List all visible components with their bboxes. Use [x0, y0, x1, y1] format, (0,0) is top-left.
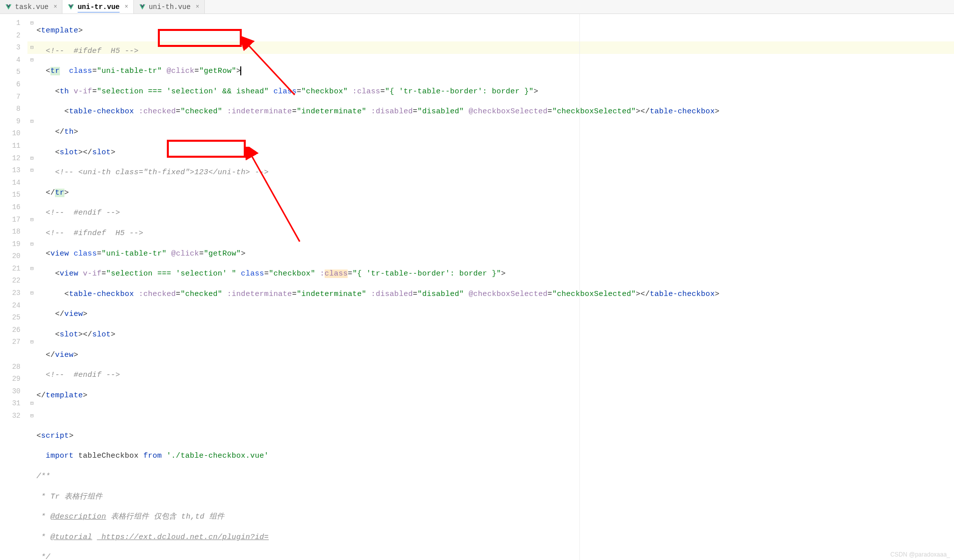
- fold-marker: [27, 189, 36, 201]
- line-number: 11: [0, 140, 27, 152]
- fold-marker[interactable]: ⊟: [27, 287, 36, 299]
- fold-marker: [27, 348, 36, 361]
- code-line: * @tutorial https://ext.dcloud.net.cn/pl…: [36, 532, 954, 544]
- code-line: * @description 表格行组件 仅包含 th,td 组件: [36, 511, 954, 524]
- fold-marker: [27, 299, 36, 312]
- code-line: <!-- <uni-th class="th-fixed">123</uni-t…: [36, 167, 954, 179]
- tab-uni-th[interactable]: uni-th.vue ×: [134, 0, 205, 13]
- code-editor[interactable]: 1 2 3 4 5 6 7 8 9 10 11 12 13 14 15 16 1…: [0, 14, 954, 560]
- line-number: 8: [0, 103, 27, 115]
- code-line: <!-- #ifndef H5 -->: [36, 228, 954, 240]
- line-number: 27: [0, 336, 27, 348]
- line-number: 14: [0, 177, 27, 189]
- fold-marker: [27, 385, 36, 398]
- line-number: 4: [0, 54, 27, 66]
- code-area[interactable]: <template> <!-- #ifdef H5 --> <tr class=…: [36, 14, 954, 560]
- code-line: <table-checkbox :checked="checked" :inde…: [36, 288, 954, 301]
- fold-marker: [27, 324, 36, 336]
- line-number: 15: [0, 189, 27, 201]
- fold-marker[interactable]: ⊟: [27, 41, 36, 54]
- code-line: <tr class="uni-table-tr" @click="getRow"…: [36, 65, 954, 78]
- code-line: </th>: [36, 126, 954, 139]
- fold-marker: [27, 103, 36, 115]
- code-line: <th v-if="selection === 'selection' && i…: [36, 86, 954, 98]
- code-line: </view>: [36, 308, 954, 321]
- fold-marker: [27, 250, 36, 263]
- line-number: 5: [0, 66, 27, 78]
- close-icon[interactable]: ×: [53, 3, 57, 10]
- code-line: * Tr 表格行组件: [36, 491, 954, 504]
- line-number: 19: [0, 238, 27, 251]
- fold-marker[interactable]: ⊟: [27, 152, 36, 165]
- tab-task[interactable]: task.vue ×: [0, 0, 62, 13]
- vue-icon: [5, 3, 12, 10]
- fold-marker: [27, 311, 36, 324]
- editor-tabs: task.vue × uni-tr.vue × uni-th.vue ×: [0, 0, 954, 14]
- close-icon[interactable]: ×: [196, 3, 199, 10]
- line-number: 9: [0, 115, 27, 128]
- code-line: </template>: [36, 390, 954, 402]
- watermark: CSDN @paradoxaaa_: [890, 551, 950, 558]
- fold-marker: [27, 91, 36, 103]
- line-number: 6: [0, 78, 27, 91]
- line-number: [0, 348, 27, 361]
- vue-icon: [67, 3, 74, 10]
- code-line: */: [36, 552, 954, 560]
- text-cursor: [240, 66, 241, 75]
- fold-marker[interactable]: ⊟: [27, 410, 36, 422]
- code-line: /**: [36, 471, 954, 483]
- tab-uni-tr[interactable]: uni-tr.vue ×: [62, 0, 133, 13]
- fold-marker: [27, 361, 36, 373]
- code-line: <slot></slot>: [36, 329, 954, 341]
- code-line: </view>: [36, 349, 954, 362]
- line-number: 30: [0, 385, 27, 398]
- line-number: 17: [0, 214, 27, 226]
- code-line: <script>: [36, 430, 954, 443]
- line-number: 26: [0, 324, 27, 336]
- fold-marker[interactable]: ⊟: [27, 17, 36, 29]
- line-number: 28: [0, 361, 27, 373]
- line-number: 18: [0, 226, 27, 238]
- fold-marker[interactable]: ⊟: [27, 336, 36, 348]
- code-line: <template>: [36, 25, 954, 37]
- code-line: import tableCheckbox from './table-check…: [36, 450, 954, 463]
- line-number: 22: [0, 275, 27, 287]
- line-number: 16: [0, 201, 27, 214]
- line-number: 13: [0, 164, 27, 177]
- line-number: 1: [0, 17, 27, 29]
- fold-marker[interactable]: ⊟: [27, 397, 36, 410]
- vue-icon: [139, 3, 146, 10]
- code-line: </tr>: [36, 187, 954, 200]
- line-number: 20: [0, 250, 27, 263]
- fold-marker[interactable]: ⊟: [27, 214, 36, 226]
- fold-marker[interactable]: ⊟: [27, 238, 36, 251]
- line-number: 32: [0, 410, 27, 422]
- line-number: 10: [0, 127, 27, 140]
- line-number: 31: [0, 397, 27, 410]
- fold-marker[interactable]: ⊟: [27, 54, 36, 66]
- fold-marker: [27, 275, 36, 287]
- close-icon[interactable]: ×: [124, 3, 128, 10]
- line-number: 23: [0, 287, 27, 299]
- line-number: 25: [0, 311, 27, 324]
- code-line: <!-- #endif -->: [36, 369, 954, 382]
- tab-label: uni-th.vue: [149, 3, 191, 11]
- line-number: 12: [0, 152, 27, 165]
- fold-marker: [27, 29, 36, 42]
- fold-marker: [27, 140, 36, 152]
- code-line: <!-- #endif -->: [36, 207, 954, 220]
- line-number-gutter: 1 2 3 4 5 6 7 8 9 10 11 12 13 14 15 16 1…: [0, 14, 27, 560]
- code-line: <!-- #ifdef H5 -->: [36, 45, 954, 58]
- fold-marker: [27, 66, 36, 78]
- fold-marker[interactable]: ⊟: [27, 115, 36, 128]
- fold-marker: [27, 201, 36, 214]
- fold-marker[interactable]: ⊟: [27, 263, 36, 275]
- fold-marker: [27, 226, 36, 238]
- fold-marker: [27, 78, 36, 91]
- code-line: <view v-if="selection === 'selection' " …: [36, 268, 954, 280]
- tab-label: uni-tr.vue: [77, 3, 119, 11]
- fold-marker[interactable]: ⊟: [27, 164, 36, 177]
- fold-marker: [27, 177, 36, 189]
- line-number: 21: [0, 263, 27, 275]
- line-number: 24: [0, 299, 27, 312]
